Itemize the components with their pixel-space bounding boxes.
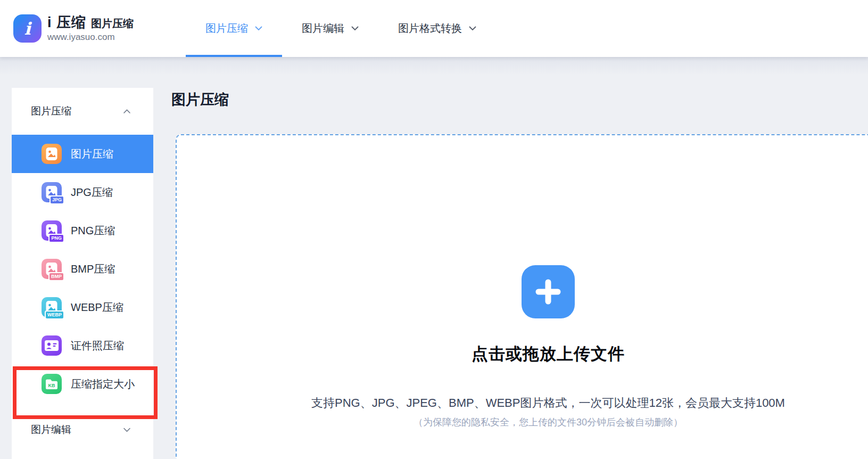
add-files-button[interactable]: [522, 265, 575, 318]
nav-tab-label: 图片编辑: [302, 21, 344, 36]
sidebar-section-image-edit[interactable]: 图片编辑: [12, 403, 153, 456]
sidebar-item-label: BMP压缩: [71, 262, 115, 276]
chevron-down-icon: [469, 26, 476, 31]
format-badge: WEBP: [45, 310, 64, 319]
sidebar-item-bmp-compress[interactable]: BMP BMP压缩: [12, 250, 153, 288]
top-header: i i 压缩 图片压缩 www.iyasuo.com 图片压缩 图片编辑 图片格…: [0, 0, 868, 57]
sidebar-item-label: 压缩指定大小: [71, 377, 135, 391]
logo-text: i 压缩 图片压缩 www.iyasuo.com: [47, 14, 134, 43]
chevron-down-icon: [255, 26, 262, 31]
site-logo[interactable]: i i 压缩 图片压缩 www.iyasuo.com: [13, 14, 134, 43]
sidebar-item-compress-to-size[interactable]: KB 压缩指定大小: [12, 365, 153, 403]
image-pink-icon: BMP: [42, 259, 62, 279]
nav-tab-format-convert[interactable]: 图片格式转换: [378, 0, 496, 57]
main-content: 图片压缩 点击或拖放上传文件 支持PNG、JPG、JPEG、BMP、WEBP图片…: [171, 57, 868, 459]
brand-name: i 压缩: [47, 14, 86, 31]
upload-privacy-note: （为保障您的隐私安全，您上传的文件30分钟后会被自动删除）: [414, 416, 683, 429]
page-title: 图片压缩: [171, 90, 868, 109]
section-label: 图片编辑: [31, 423, 71, 437]
format-badge: PNG: [48, 234, 64, 243]
format-badge: BMP: [48, 272, 64, 281]
nav-tab-image-edit[interactable]: 图片编辑: [282, 0, 378, 57]
image-orange-icon: [42, 144, 62, 164]
upload-dropzone[interactable]: 点击或拖放上传文件 支持PNG、JPG、JPEG、BMP、WEBP图片格式，一次…: [176, 134, 868, 459]
chevron-down-icon: [123, 428, 131, 432]
format-badge: JPG: [49, 195, 64, 204]
id-card-icon: [42, 335, 62, 356]
sidebar-item-label: WEBP压缩: [71, 300, 123, 315]
section-label: 图片压缩: [31, 104, 71, 118]
image-cyan-icon: WEBP: [42, 297, 62, 317]
sidebar-item-id-photo-compress[interactable]: 证件照压缩: [12, 326, 153, 365]
nav-tab-image-compress[interactable]: 图片压缩: [186, 0, 282, 57]
sidebar-item-label: 证件照压缩: [71, 339, 124, 353]
sidebar-section-image-compress[interactable]: 图片压缩: [12, 88, 153, 135]
upload-support-text: 支持PNG、JPG、JPEG、BMP、WEBP图片格式，一次可以处理12张，会员…: [311, 395, 785, 411]
nav-tab-label: 图片格式转换: [398, 21, 462, 36]
sidebar-item-image-compress[interactable]: 图片压缩: [12, 135, 153, 173]
sidebar: 图片压缩 图片压缩 JPG JPG压缩 PNG PNG压缩 BMP BMP压缩: [12, 88, 153, 459]
sidebar-item-jpg-compress[interactable]: JPG JPG压缩: [12, 173, 153, 211]
site-url: www.iyasuo.com: [47, 32, 134, 43]
brand-tagline: 图片压缩: [91, 18, 134, 30]
sidebar-item-webp-compress[interactable]: WEBP WEBP压缩: [12, 288, 153, 326]
plus-icon: [534, 277, 563, 306]
nav-tab-label: 图片压缩: [205, 21, 248, 36]
chevron-up-icon: [123, 109, 131, 114]
folder-kb-icon: KB: [42, 374, 62, 394]
main-nav: 图片压缩 图片编辑 图片格式转换: [186, 0, 496, 57]
upload-heading: 点击或拖放上传文件: [472, 343, 625, 365]
svg-text:KB: KB: [48, 382, 55, 388]
sidebar-item-png-compress[interactable]: PNG PNG压缩: [12, 211, 153, 250]
sidebar-item-label: JPG压缩: [71, 185, 113, 200]
sidebar-item-label: 图片压缩: [71, 147, 113, 161]
sidebar-item-label: PNG压缩: [71, 224, 115, 238]
chevron-down-icon: [351, 26, 359, 31]
image-purple-icon: PNG: [42, 220, 62, 241]
logo-i-icon: i: [13, 14, 42, 43]
image-blue-icon: JPG: [42, 182, 62, 202]
